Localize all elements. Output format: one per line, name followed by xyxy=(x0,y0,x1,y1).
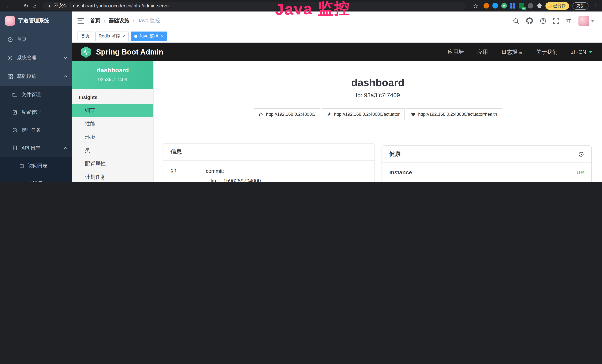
browser-reload-icon[interactable]: ↻ xyxy=(22,1,30,10)
bookmark-star-icon[interactable]: ☆ xyxy=(471,1,480,10)
browser-back-icon[interactable]: ← xyxy=(4,1,13,10)
sidebar-item-api-log[interactable]: API 日志 xyxy=(0,139,72,157)
hamburger-icon[interactable] xyxy=(77,18,84,23)
instance-links: http://192.168.0.2:48080/ http://192.168… xyxy=(153,108,602,120)
extension-icon-proxy[interactable]: on xyxy=(519,3,524,9)
browser-update-button[interactable]: 更新 xyxy=(572,2,589,10)
fullscreen-icon[interactable] xyxy=(553,18,559,24)
browser-menu-icon[interactable]: ⋮ xyxy=(592,3,599,9)
browser-home-icon[interactable]: ⌂ xyxy=(30,1,39,10)
sidebar-submenu-infra: 文件管理 配置管理 定时任务 API 日志 xyxy=(0,86,72,182)
github-icon[interactable] xyxy=(526,17,533,24)
dashboard-icon xyxy=(7,37,13,42)
edit-icon xyxy=(12,110,17,115)
sidebar-submenu-api-log: 访问日志 错误日志 xyxy=(0,157,72,182)
chevron-down-icon xyxy=(64,56,68,60)
sba-menu-insights-group: Insights 细节 性能 环境 类 配置属性 计划任务 xyxy=(72,89,153,182)
sidebar-item-access-log[interactable]: 访问日志 xyxy=(0,157,72,175)
health-history-icon[interactable] xyxy=(578,151,584,157)
profile-paused-badge[interactable]: 已暂停 xyxy=(545,2,569,10)
extension-icon-vue[interactable]: V xyxy=(501,3,507,9)
sidebar-item-file-management[interactable]: 文件管理 xyxy=(0,86,72,104)
wrench-icon xyxy=(327,112,332,117)
sba-body: dashboard 93a3fc7f7409 Insights 细节 性能 环境… xyxy=(72,61,602,182)
extension-icon-grid[interactable] xyxy=(510,3,515,8)
instance-actuator-link[interactable]: http://192.168.0.2:48080/actuator xyxy=(322,108,405,120)
sba-instance-menu: dashboard 93a3fc7f7409 Insights 细节 性能 环境… xyxy=(72,61,153,182)
sba-nav-applications[interactable]: 应用 xyxy=(477,48,488,55)
help-icon[interactable] xyxy=(540,18,546,24)
instance-root-link[interactable]: http://192.168.0.2:48080/ xyxy=(254,108,320,120)
health-instance-label: Instance xyxy=(389,169,412,175)
sba-menu-environment[interactable]: 环境 xyxy=(72,130,153,144)
breadcrumb-separator: / xyxy=(104,18,105,24)
address-bar[interactable]: ▲ 不安全 dashboard.yudao.iocoder.cn/infra/a… xyxy=(43,2,466,10)
sba-menu-config-props[interactable]: 配置属性 xyxy=(72,157,153,171)
instance-name: dashboard xyxy=(75,67,150,74)
infrastructure-icon xyxy=(7,74,13,79)
sba-instance-header[interactable]: dashboard 93a3fc7f7409 xyxy=(72,61,153,89)
app-sidebar: 芋道管理系统 首页 系统管理 基础设施 文件管理 xyxy=(0,11,72,182)
breadcrumb-infra[interactable]: 基础设施 xyxy=(109,17,129,24)
sba-nav-about[interactable]: 关于我们 xyxy=(536,48,558,55)
sidebar-item-home[interactable]: 首页 xyxy=(0,30,72,49)
tag-java-monitor[interactable]: Java 监控 × xyxy=(131,31,167,41)
health-instance-row: Instance UP xyxy=(389,163,584,181)
breadcrumb-separator: / xyxy=(133,18,134,24)
app-title: 芋道管理系统 xyxy=(18,17,49,24)
security-warning-icon: ▲ xyxy=(47,3,52,8)
breadcrumb-home[interactable]: 首页 xyxy=(90,17,100,24)
sba-menu-performance[interactable]: 性能 xyxy=(72,117,153,130)
tags-view-bar: 首页 Redis 监控 × Java 监控 × xyxy=(72,30,602,43)
sba-menu-details[interactable]: 细节 xyxy=(72,104,153,117)
info-row-git: git commit: time: 1596289704000 id: 27aa… xyxy=(171,161,367,182)
user-avatar[interactable] xyxy=(579,15,594,26)
close-icon[interactable]: × xyxy=(122,34,125,38)
extension-icon-1[interactable] xyxy=(483,3,489,9)
sba-nav-wallboard[interactable]: 应用墙 xyxy=(448,48,464,55)
sidebar-item-error-log[interactable]: 错误日志 xyxy=(0,175,72,182)
font-size-icon[interactable]: TT xyxy=(566,18,571,23)
profile-avatar-icon xyxy=(547,3,552,8)
breadcrumb: 首页 / 基础设施 / Java 监控 xyxy=(90,17,160,24)
instance-subtitle: Id: 93a3fc7f7409 xyxy=(153,92,602,99)
info-value: commit: time: 1596289704000 id: 27aa832 … xyxy=(206,167,261,182)
annotation-java-monitor: Java 监控 xyxy=(275,0,351,20)
tag-home[interactable]: 首页 xyxy=(77,31,93,41)
navbar-actions: TT xyxy=(513,15,594,26)
sba-menu-scheduled-tasks[interactable]: 计划任务 xyxy=(72,171,153,182)
info-key: git xyxy=(171,167,206,182)
sidebar-item-config-management[interactable]: 配置管理 xyxy=(0,104,72,121)
extensions-puzzle-icon[interactable] xyxy=(536,3,542,9)
instance-id: 93a3fc7f7409 xyxy=(75,77,150,82)
app-logo-row[interactable]: 芋道管理系统 xyxy=(0,11,72,30)
tag-redis-monitor[interactable]: Redis 监控 × xyxy=(95,31,129,41)
screen: Java 监控 ← → ↻ ⌂ ▲ 不安全 dashboard.yudao.io… xyxy=(0,0,602,182)
sba-main-content: dashboard Id: 93a3fc7f7409 http://192.16… xyxy=(153,61,602,182)
heartbeat-icon xyxy=(411,112,416,117)
browser-forward-icon[interactable]: → xyxy=(13,1,22,10)
sidebar-item-system[interactable]: 系统管理 xyxy=(0,49,72,67)
spring-boot-admin-frame: Spring Boot Admin 应用墙 应用 日志报表 关于我们 zh-CN xyxy=(72,43,602,182)
instance-title: dashboard xyxy=(153,77,602,89)
gear-icon xyxy=(7,55,13,61)
extension-icon-2[interactable] xyxy=(492,3,498,9)
spring-boot-admin-logo xyxy=(80,46,92,58)
document-icon xyxy=(12,145,17,150)
sba-nav-journal[interactable]: 日志报表 xyxy=(501,48,523,55)
chevron-up-icon xyxy=(64,74,68,79)
log-doc-icon xyxy=(19,181,24,182)
sidebar-item-infra[interactable]: 基础设施 xyxy=(0,67,72,86)
sba-locale-select[interactable]: zh-CN xyxy=(571,49,592,55)
extension-icon-3[interactable] xyxy=(527,3,533,9)
status-badge: UP xyxy=(576,169,584,175)
search-icon[interactable] xyxy=(513,18,519,24)
health-panel-title: 健康 xyxy=(389,150,400,158)
sidebar-item-scheduled-job[interactable]: 定时任务 xyxy=(0,121,72,139)
sba-menu-classes[interactable]: 类 xyxy=(72,144,153,157)
caret-down-icon xyxy=(589,51,592,53)
folder-icon xyxy=(12,92,17,97)
close-icon[interactable]: × xyxy=(160,34,164,38)
sba-header: Spring Boot Admin 应用墙 应用 日志报表 关于我们 zh-CN xyxy=(72,43,602,61)
instance-health-link[interactable]: http://192.168.0.2:48080/actuator/health xyxy=(406,108,502,120)
